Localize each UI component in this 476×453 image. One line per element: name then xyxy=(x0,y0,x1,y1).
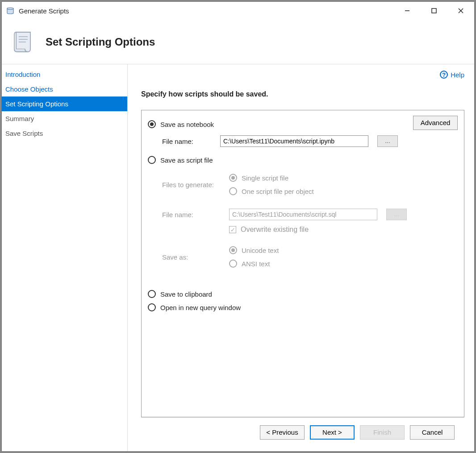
cancel-button[interactable]: Cancel xyxy=(410,425,455,440)
window-controls xyxy=(394,2,474,20)
radio-icon xyxy=(229,246,237,254)
radio-icon xyxy=(148,290,156,298)
section-heading: Specify how scripts should be saved. xyxy=(141,90,464,98)
sidebar-item-save-scripts: Save Scripts xyxy=(2,126,127,141)
main-content: ? Help Specify how scripts should be sav… xyxy=(128,64,474,451)
save-as-label: Save as: xyxy=(162,253,220,261)
notebook-fields: File name: ... xyxy=(162,135,458,147)
options-panel: Advanced Save as notebook File name: ... xyxy=(141,110,464,417)
notebook-browse-button[interactable]: ... xyxy=(377,135,398,147)
radio-icon xyxy=(229,174,237,182)
dialog-window: Generate Scripts Set Scripting Options xyxy=(1,1,475,452)
radio-label: Save as script file xyxy=(160,156,213,164)
close-button[interactable] xyxy=(447,2,474,20)
notebook-file-input[interactable] xyxy=(220,135,368,147)
radio-icon xyxy=(148,156,156,164)
sidebar-item-choose-objects[interactable]: Choose Objects xyxy=(2,82,127,96)
script-browse-button: ... xyxy=(386,209,407,220)
script-file-label: File name: xyxy=(162,211,220,218)
previous-button[interactable]: < Previous xyxy=(260,425,305,440)
single-file-label: Single script file xyxy=(242,174,288,182)
notebook-file-label: File name: xyxy=(162,138,211,145)
dialog-header: Set Scripting Options xyxy=(2,20,474,64)
help-icon: ? xyxy=(440,71,448,79)
page-title: Set Scripting Options xyxy=(46,36,155,48)
wizard-footer: < Previous Next > Finish Cancel xyxy=(141,417,464,447)
unicode-label: Unicode text xyxy=(242,247,279,254)
wizard-steps-sidebar: Introduction Choose Objects Set Scriptin… xyxy=(2,64,128,451)
sidebar-item-introduction[interactable]: Introduction xyxy=(2,67,127,82)
help-label: Help xyxy=(451,71,464,79)
radio-save-notebook[interactable]: Save as notebook xyxy=(148,120,458,128)
radio-icon xyxy=(148,120,156,128)
app-icon xyxy=(6,6,15,15)
dialog-body: Introduction Choose Objects Set Scriptin… xyxy=(2,64,474,451)
maximize-button[interactable] xyxy=(421,2,447,20)
radio-label: Open in new query window xyxy=(160,304,241,311)
sidebar-item-set-scripting-options[interactable]: Set Scripting Options xyxy=(2,96,127,111)
window-title: Generate Scripts xyxy=(19,7,394,15)
finish-button: Finish xyxy=(360,425,405,440)
sidebar-item-summary: Summary xyxy=(2,111,127,126)
advanced-button[interactable]: Advanced xyxy=(413,116,458,130)
script-file-fields: Files to generate: Single script file On… xyxy=(162,171,458,270)
titlebar: Generate Scripts xyxy=(2,2,474,20)
per-object-label: One script file per object xyxy=(242,188,314,195)
files-to-generate-label: Files to generate: xyxy=(162,181,220,189)
radio-icon xyxy=(229,260,237,268)
overwrite-checkbox: ✓ xyxy=(229,226,236,233)
radio-save-clipboard[interactable]: Save to clipboard xyxy=(148,290,458,298)
svg-rect-1 xyxy=(432,8,436,13)
radio-open-query-window[interactable]: Open in new query window xyxy=(148,303,458,311)
script-file-input xyxy=(229,209,377,220)
overwrite-label: Overwrite existing file xyxy=(241,226,309,234)
help-link[interactable]: ? Help xyxy=(440,71,464,79)
radio-icon xyxy=(229,187,237,195)
ansi-label: ANSI text xyxy=(242,260,270,268)
script-icon xyxy=(11,29,36,55)
next-button[interactable]: Next > xyxy=(310,425,355,440)
minimize-button[interactable] xyxy=(394,2,421,20)
radio-icon xyxy=(148,303,156,311)
radio-label: Save as notebook xyxy=(160,121,214,128)
radio-label: Save to clipboard xyxy=(160,290,212,298)
radio-save-script-file[interactable]: Save as script file xyxy=(148,156,458,164)
